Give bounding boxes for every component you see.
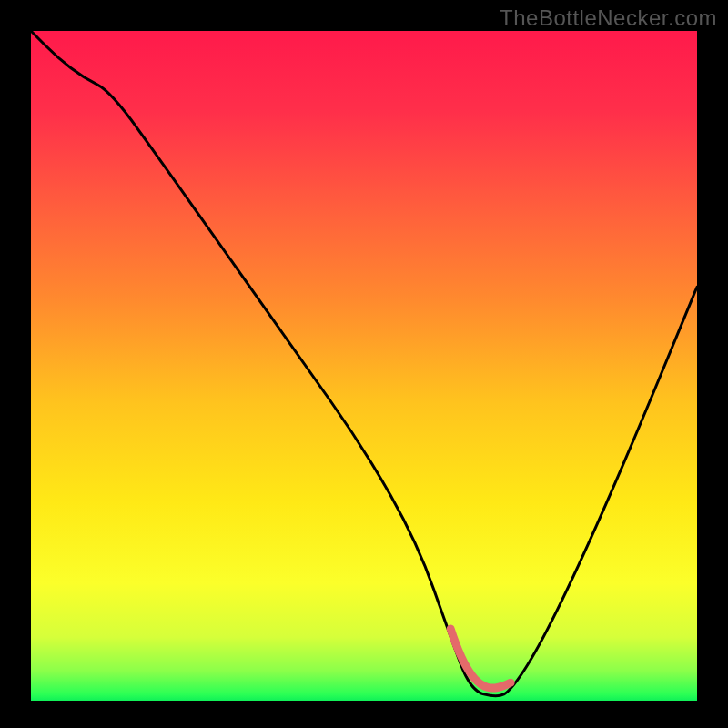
chart-frame: TheBottleNecker.com [0,0,728,728]
chart-svg [0,0,728,728]
baseline-strip [31,701,697,704]
plot-background [31,31,697,704]
